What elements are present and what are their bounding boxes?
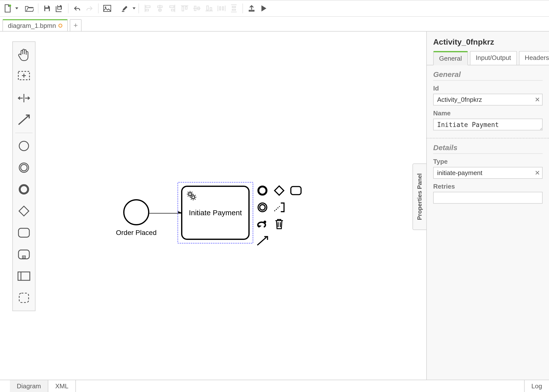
properties-panel-toggle[interactable]: Properties Panel: [412, 163, 426, 230]
type-clear-icon[interactable]: ✕: [535, 170, 540, 176]
save-all-button[interactable]: [54, 3, 65, 14]
service-task[interactable]: Initiate Payment: [181, 186, 250, 240]
hand-tool-button[interactable]: [15, 45, 33, 64]
start-event-label: Order Placed: [113, 229, 160, 237]
align-left-button[interactable]: [142, 3, 153, 14]
color-dropdown-caret[interactable]: [133, 7, 136, 9]
svg-rect-22: [18, 228, 29, 237]
space-tool-button[interactable]: [15, 89, 33, 107]
save-button[interactable]: [41, 3, 53, 14]
create-end-event-button[interactable]: [15, 180, 33, 199]
align-center-v-button[interactable]: [191, 3, 203, 14]
context-pad: [255, 183, 304, 249]
name-input[interactable]: [433, 119, 543, 130]
annotation-button[interactable]: [272, 200, 287, 215]
id-input[interactable]: [433, 94, 543, 106]
create-subprocess-button[interactable]: [15, 245, 33, 264]
align-top-button[interactable]: [179, 3, 190, 14]
svg-point-15: [263, 221, 266, 223]
svg-point-19: [21, 164, 27, 171]
svg-rect-25: [18, 272, 30, 280]
create-group-button[interactable]: [15, 288, 33, 307]
file-tab[interactable]: diagram_1.bpmn: [2, 19, 68, 31]
service-task-gear-icon: [186, 190, 197, 202]
svg-rect-2: [45, 9, 49, 11]
redo-button[interactable]: [84, 3, 95, 14]
distribute-v-button[interactable]: [228, 3, 240, 14]
svg-rect-1: [45, 6, 48, 8]
id-clear-icon[interactable]: ✕: [535, 96, 540, 103]
type-input[interactable]: [433, 167, 543, 179]
section-general-title: General: [433, 70, 543, 81]
align-center-h-button[interactable]: [154, 3, 166, 14]
svg-rect-27: [19, 293, 29, 303]
create-pool-button[interactable]: [15, 267, 33, 285]
svg-rect-3: [58, 5, 60, 6]
connect-button[interactable]: [255, 233, 270, 248]
svg-point-20: [20, 185, 28, 194]
create-intermediate-event-button[interactable]: [15, 158, 33, 177]
create-gateway-button[interactable]: [15, 202, 33, 220]
properties-panel-toggle-label: Properties Panel: [416, 173, 423, 220]
svg-rect-11: [274, 186, 284, 195]
append-end-event-button[interactable]: [255, 183, 270, 198]
tab-general[interactable]: General: [433, 51, 468, 65]
id-label: Id: [433, 85, 543, 92]
properties-panel: Activity_0fnpkrz General Input/Output He…: [426, 32, 549, 380]
align-right-button[interactable]: [167, 3, 178, 14]
append-intermediate-event-button[interactable]: [255, 200, 270, 215]
section-details-title: Details: [433, 143, 543, 154]
svg-point-10: [258, 187, 267, 195]
undo-button[interactable]: [71, 3, 83, 14]
start-event[interactable]: [123, 199, 149, 225]
tab-headers[interactable]: Headers: [519, 51, 549, 65]
name-label: Name: [433, 109, 543, 117]
distribute-h-button[interactable]: [216, 3, 227, 14]
append-task-button[interactable]: [289, 183, 303, 198]
type-label: Type: [433, 158, 543, 165]
new-file-dropdown-caret[interactable]: [15, 7, 18, 9]
create-start-event-button[interactable]: [15, 137, 33, 155]
color-button[interactable]: [119, 3, 131, 14]
task-label: Initiate Payment: [186, 209, 244, 217]
append-gateway-button[interactable]: [272, 183, 287, 198]
new-tab-label: +: [73, 21, 78, 30]
open-button[interactable]: [24, 3, 35, 14]
create-task-button[interactable]: [15, 223, 33, 242]
new-tab-button[interactable]: +: [70, 19, 82, 31]
editor-main: Order Placed Initiate Payment: [0, 31, 549, 380]
svg-rect-4: [58, 7, 61, 9]
run-button[interactable]: [258, 3, 270, 14]
svg-point-17: [19, 141, 29, 151]
retries-input[interactable]: [433, 192, 543, 204]
unsaved-indicator-icon: [58, 24, 62, 28]
svg-point-9: [192, 196, 195, 199]
sequence-flow[interactable]: [149, 211, 184, 214]
file-tabstrip: diagram_1.bpmn +: [0, 17, 549, 31]
view-tab-xml[interactable]: XML: [48, 380, 76, 392]
tab-input-output[interactable]: Input/Output: [470, 51, 517, 65]
svg-rect-12: [291, 187, 301, 195]
view-tab-diagram[interactable]: Diagram: [10, 380, 48, 392]
export-image-button[interactable]: [102, 3, 113, 14]
tool-palette: [12, 41, 35, 311]
log-toggle[interactable]: Log: [524, 380, 549, 392]
footer-bar: Diagram XML Log: [0, 380, 549, 392]
delete-button[interactable]: [272, 217, 287, 232]
global-connect-button[interactable]: [15, 110, 33, 129]
change-type-button[interactable]: [255, 217, 270, 232]
svg-point-6: [105, 7, 106, 8]
svg-point-14: [260, 205, 265, 210]
properties-tabs: General Input/Output Headers: [427, 51, 549, 65]
new-file-button[interactable]: [2, 3, 13, 14]
main-toolbar: [0, 0, 549, 17]
align-bottom-button[interactable]: [204, 3, 215, 14]
file-tab-label: diagram_1.bpmn: [8, 22, 56, 30]
retries-label: Retries: [433, 183, 543, 190]
lasso-tool-button[interactable]: [15, 67, 33, 86]
deploy-button[interactable]: [246, 3, 257, 14]
svg-rect-21: [19, 206, 29, 216]
properties-title: Activity_0fnpkrz: [433, 37, 543, 47]
